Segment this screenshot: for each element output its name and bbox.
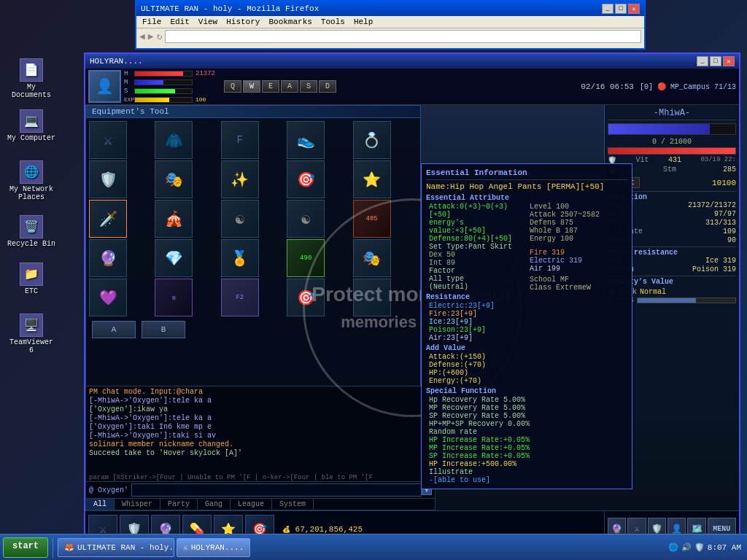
menu-tools[interactable]: Tools [321,18,345,26]
tooltip-mp-recovery: MP Recovery Rate 5.00% [429,404,627,412]
s-button[interactable]: S [300,80,317,93]
menu-history[interactable]: History [226,18,260,26]
equip-slot-17[interactable]: 💎 [155,239,193,277]
system-clock: 8:07 AM [708,543,741,552]
chat-tab-league[interactable]: League [231,499,272,510]
equip-slot-14[interactable]: ☯ [287,200,325,238]
sp-bar-container [134,88,193,94]
taskbar-holyran-icon: ⚔️ [183,542,188,552]
equip-slot-16[interactable]: 🔮 [89,239,127,277]
equip-slot-8[interactable]: ✨ [221,160,259,198]
equip-slot-13-icon: ☯ [236,210,244,228]
tooltip-left-col: Attack:0(+3)~0(+3)[+50] energy's value:+… [426,203,524,385]
firefox-close-button[interactable]: ✕ [628,4,640,14]
equip-slot-18[interactable]: 🏅 [221,239,259,277]
hud-top-bar: 👤 H 21372 M [85,69,739,105]
firefox-maximize-button[interactable]: □ [615,4,627,14]
equip-slot-15[interactable]: 485 [353,200,391,238]
taskbar-tray: 🌐 🔊 🛡️ 8:07 AM [662,542,747,552]
forward-icon[interactable]: ▶ [148,31,154,42]
desktop-icon-my-docs[interactable]: 📄 My Documents [6,58,57,99]
start-button[interactable]: start [3,537,48,558]
firefox-minimize-button[interactable]: _ [602,4,614,14]
menu-file[interactable]: File [142,18,161,26]
desktop-icon-network[interactable]: 🌐 My Network Places [6,160,57,201]
menu-view[interactable]: View [198,18,217,26]
equip-slot-12[interactable]: 🎪 [155,200,193,238]
tooltip-attribute-header: Essential Attribute [426,194,627,202]
a-slot-button[interactable]: A [92,321,136,338]
equip-slot-22[interactable]: 0 [155,279,193,316]
equip-slot-24[interactable]: 🎯 [287,279,325,316]
address-bar[interactable] [165,30,641,43]
menu-bookmarks[interactable]: Bookmarks [268,18,311,26]
equip-slot-10[interactable]: ⭐ [353,160,391,198]
equip-slot-20-icon: 🎭 [363,249,381,268]
reload-icon[interactable]: ↻ [157,31,163,42]
game-window: HOLYRAN.... _ □ ✕ 👤 H 21372 [84,52,740,548]
hp-bar-full [608,147,736,155]
tooltip-settype: Set Type:Pant Skirt [429,243,524,251]
menu-help[interactable]: Help [354,18,373,26]
game-minimize-button[interactable]: _ [697,56,708,66]
cond-mp-value: 97/97 [714,210,736,218]
chat-tab-whisper[interactable]: Whisper [115,499,160,510]
e-button[interactable]: E [262,80,279,93]
equip-slot-4[interactable]: 👟 [287,121,325,159]
a-button[interactable]: A [281,80,298,93]
chat-tab-system[interactable]: System [272,499,314,510]
taskbar-item-holyran[interactable]: ⚔️ HOLYRAN.... [177,538,250,557]
equip-slot-21[interactable]: 💜 [89,279,127,316]
hp-bar-fill-full [608,148,735,154]
b-slot-button[interactable]: B [142,321,185,338]
tooltip-attack: Attack:0(+3)~0(+3)[+50] [429,203,524,219]
tooltip-sp-inc-rate: SP Increase Rate:+0.05% [429,452,627,460]
menu-edit[interactable]: Edit [170,18,189,26]
equip-slot-3[interactable]: F [221,121,259,159]
chat-input[interactable] [131,483,422,497]
desktop-icon-etc[interactable]: 📁 ETC [6,262,57,295]
char-name-bar-fill [608,124,710,134]
exp-bar-container [134,97,193,103]
equip-slot-7-icon: 🎭 [165,171,183,189]
equip-slot-5[interactable]: 💍 [353,121,391,159]
game-maximize-button[interactable]: □ [710,56,721,66]
back-icon[interactable]: ◀ [139,31,145,42]
q-button[interactable]: Q [224,80,241,93]
equip-slot-6[interactable]: 🛡️ [89,160,127,198]
w-button[interactable]: W [243,80,260,93]
desktop-icon-recycle[interactable]: 🗑️ Recycle Bin [6,215,57,248]
d-button[interactable]: D [319,80,336,93]
my-docs-icon: 📄 [20,58,43,82]
equip-slot-25[interactable] [353,279,391,316]
equip-slot-7[interactable]: 🎭 [155,160,193,198]
equip-slot-23[interactable]: F2 [221,279,259,316]
taskbar-item-firefox[interactable]: 🦊 ULTIMATE RAN - holy... [58,538,174,557]
equip-slot-11[interactable]: 🗡️ [89,200,127,238]
desktop-icon-my-computer[interactable]: 💻 My Computer [6,109,57,142]
chat-tab-gang[interactable]: Gang [198,499,231,510]
equip-slot-20[interactable]: 🎭 [353,239,391,277]
equip-slot-1[interactable]: ⚔️ [89,121,127,159]
desktop-icon-teamviewer[interactable]: 🖥️ TeamViewer 6 [6,314,57,354]
tooltip-neutral: (Neutral) [429,283,524,291]
equip-slot-13[interactable]: ☯ [221,200,259,238]
chat-tab-all[interactable]: All [86,499,115,510]
chat-tab-party[interactable]: Party [160,499,198,510]
equip-slot-15-value: 485 [365,215,377,222]
char-name: -MhiwA- [608,108,736,120]
equip-grid: ⚔️ 🧥 F 👟 💍 🛡️ 🎭 ✨ 🎯 ⭐ 🗡️ 🎪 ☯ ☯ [86,118,420,319]
game-close-button[interactable]: ✕ [723,56,735,66]
chat-line-7: solinari member nickname changed. [89,440,432,448]
rank-value: Normal [640,288,666,296]
tooltip-hp-increase: HP Increase:+500.00% [429,460,627,468]
equip-slot-9[interactable]: 🎯 [287,160,325,198]
game-win-controls: _ □ ✕ [697,56,735,66]
tooltip-energy: energy's value:+3[+50] [429,219,524,235]
tooltip-electric: Electric:23[+9] [429,302,524,310]
equip-slot-19[interactable]: 490 [287,239,325,277]
gold-value: 67,201,856,425 [295,525,363,534]
equip-slot-3-icon: F [237,134,243,146]
equip-slot-5-icon: 💍 [363,131,381,149]
equip-slot-2[interactable]: 🧥 [155,121,193,159]
